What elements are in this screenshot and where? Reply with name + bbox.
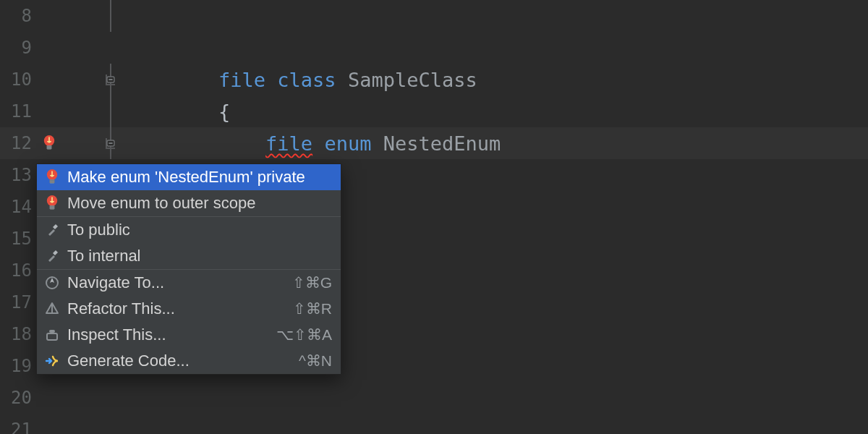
popup-item-label: Refactor This... [67,299,286,318]
gutter-margin [36,64,100,95]
fold-handle-icon[interactable] [105,137,116,149]
popup-item[interactable]: Refactor This...⇧⌘R [37,296,341,322]
code-text[interactable]: file class SampleClass [122,69,868,91]
generate-icon [44,353,60,369]
line-number: 13 [0,165,36,185]
refactor-icon [44,301,60,317]
fold-column[interactable] [100,32,122,64]
line-number: 15 [0,229,36,249]
popup-item[interactable]: To internal [37,243,341,269]
svg-rect-9 [49,182,54,182]
line-number: 18 [0,324,36,344]
popup-item[interactable]: Inspect This...⌥⇧⌘A [37,322,341,348]
code-text[interactable]: { [122,101,868,123]
popup-item[interactable]: Generate Code...^⌘N [37,348,341,374]
code-line[interactable]: 8 [0,0,868,32]
popup-item-label: Inspect This... [67,326,269,344]
svg-rect-8 [49,180,54,181]
inspect-icon [44,327,60,343]
popup-item-shortcut: ⇧⌘G [292,274,332,292]
svg-rect-16 [47,333,57,340]
code-line[interactable]: 12 file enum NestedEnum [0,127,868,159]
line-number: 11 [0,101,36,122]
bulb-red-icon [44,169,60,185]
svg-rect-17 [51,332,54,334]
line-number: 14 [0,197,36,217]
line-number: 20 [0,388,36,408]
popup-item[interactable]: Make enum 'NestedEnum' private [37,164,341,190]
line-number: 17 [0,292,36,312]
bulb-red-icon [44,195,60,211]
hammer-icon [44,222,60,238]
popup-item-label: To internal [67,247,332,265]
svg-rect-3 [46,146,51,147]
popup-item-label: Navigate To... [67,273,285,292]
line-number: 10 [0,69,36,90]
code-line[interactable]: 21 [0,414,868,434]
code-line[interactable]: 11 { [0,95,868,127]
fold-handle-icon[interactable] [105,74,116,85]
fold-column[interactable] [100,382,122,414]
popup-item[interactable]: Navigate To...⇧⌘G [37,270,341,296]
popup-item-label: Make enum 'NestedEnum' private [67,168,332,187]
fold-column[interactable] [100,0,122,32]
line-number: 12 [0,133,36,153]
gutter-margin [36,414,100,434]
svg-rect-4 [46,148,51,148]
line-number: 16 [0,260,36,281]
fold-column[interactable] [100,95,122,127]
popup-item-label: Move enum to outer scope [67,194,332,213]
line-number: 19 [0,356,36,376]
svg-rect-13 [49,208,54,208]
gutter-margin [36,32,100,64]
line-number: 21 [0,420,36,434]
lightbulb-icon[interactable] [42,134,58,153]
popup-item[interactable]: To public [37,217,341,243]
svg-rect-12 [49,206,54,207]
navigate-icon [44,275,60,291]
fold-column[interactable] [100,127,122,159]
gutter-margin [36,127,100,159]
gutter-margin [36,382,100,414]
code-text[interactable]: file enum NestedEnum [122,132,868,155]
fold-column[interactable] [100,414,122,434]
gutter-margin [36,95,100,127]
popup-item-shortcut: ⇧⌘R [293,300,332,318]
hammer-icon [44,248,60,264]
fold-column[interactable] [100,64,122,95]
code-line[interactable]: 20 [0,382,868,414]
popup-item[interactable]: Move enum to outer scope [37,190,341,216]
quickfix-popup: Make enum 'NestedEnum' privateMove enum … [36,163,341,375]
popup-item-label: To public [67,221,332,239]
code-line[interactable]: 10 file class SampleClass [0,64,868,95]
line-number: 9 [0,38,36,58]
popup-item-label: Generate Code... [67,352,292,370]
popup-item-shortcut: ^⌘N [299,352,332,370]
line-number: 8 [0,6,36,26]
gutter-margin [36,0,100,32]
code-line[interactable]: 9 [0,32,868,64]
popup-item-shortcut: ⌥⇧⌘A [276,326,332,344]
